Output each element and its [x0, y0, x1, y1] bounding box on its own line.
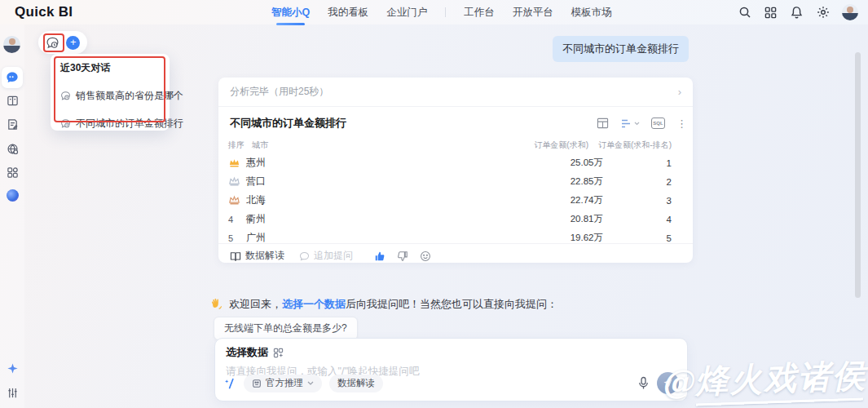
col-header-rank: 订单金额(求和-排名)	[598, 140, 672, 151]
sidebar-item-dashboard[interactable]	[2, 90, 23, 111]
nav-my-dashboard[interactable]: 我的看板	[328, 6, 368, 20]
col-header-city: 城市	[252, 140, 268, 151]
analysis-status-row: 分析完毕（用时25秒） ›	[218, 78, 693, 107]
user-message-bubble: 不同城市的订单金额排行	[553, 36, 689, 62]
data-interpret-label: 数据解读	[245, 249, 284, 263]
history-item-2[interactable]: 不同城市的订单金额排行	[60, 117, 170, 131]
nav-enterprise-portal[interactable]: 企业门户	[386, 6, 427, 20]
city-label: 营口	[246, 175, 281, 188]
ranking-chart: 排序 城市 订单金额(求和) 订单金额(求和-排名) 惠州 25.05万 1 营…	[218, 137, 693, 243]
sidebar-item-apps[interactable]	[2, 162, 23, 183]
watermark-text: @烽火戏诸侯	[660, 353, 867, 406]
chart-title: 不同城市的订单金额排行	[230, 116, 346, 131]
ai-sphere-icon	[7, 189, 19, 202]
sidebar-item-assistant[interactable]	[2, 357, 23, 379]
followup-question-button[interactable]: 追加提问	[299, 249, 353, 263]
model-select-label: 官方推理	[266, 377, 303, 389]
gold-crown-icon	[228, 157, 246, 168]
sql-icon[interactable]: SQL	[651, 118, 665, 129]
question-input-card: 选择数据 请直接向我提问，或输入"/"唤起快捷提问吧 官方推理 数据解读	[214, 338, 688, 401]
chevron-down-icon	[307, 381, 314, 385]
rank-label: 3	[603, 196, 672, 206]
settings-gear-icon[interactable]	[816, 6, 830, 20]
microphone-icon[interactable]	[637, 376, 650, 390]
welcome-prefix: 欢迎回来，	[229, 298, 282, 310]
value-label: 19.62万	[550, 232, 603, 243]
vertical-scrollbar[interactable]	[855, 52, 861, 298]
more-options-icon[interactable]: ⋮	[676, 122, 681, 126]
topbar: Quick BI 智能小Q 我的看板 企业门户 工作台 开放平台 模板市场	[0, 0, 868, 24]
dataset-picker-icon[interactable]	[273, 348, 284, 358]
thumbs-up-icon[interactable]	[374, 251, 386, 262]
emoji-feedback-icon[interactable]	[420, 251, 431, 262]
globe-chat-icon	[7, 143, 19, 155]
table-view-icon[interactable]	[597, 118, 609, 129]
value-label: 25.05万	[550, 157, 603, 169]
expand-chevron-icon[interactable]: ›	[678, 86, 681, 98]
sidebar-avatar[interactable]	[3, 36, 20, 53]
chart-type-switch-icon[interactable]	[620, 118, 640, 129]
chart-row-2[interactable]: 营口 22.85万 2	[218, 172, 693, 191]
search-icon[interactable]	[738, 6, 751, 20]
four-squares-icon	[7, 166, 19, 179]
book-icon	[230, 251, 241, 261]
select-data-link[interactable]: 选择一个数据	[282, 298, 346, 310]
topbar-actions	[738, 0, 858, 24]
analysis-card: 分析完毕（用时25秒） › 不同城市的订单金额排行 SQL ⋮ 排序 城市 订单…	[218, 78, 693, 263]
history-item-icon	[60, 91, 71, 101]
notification-bell-icon[interactable]	[790, 6, 804, 20]
chart-actions: SQL ⋮	[597, 118, 681, 129]
nav-smart-q[interactable]: 智能小Q	[271, 6, 310, 20]
suggested-question-chip[interactable]: 无线端下单的总金额是多少?	[214, 317, 358, 340]
data-interpret-button[interactable]: 数据解读	[230, 249, 284, 263]
rank-label: 2	[603, 177, 672, 187]
nav-divider	[445, 7, 446, 17]
city-label: 广州	[246, 231, 281, 243]
rank-label: 4	[603, 215, 672, 224]
quick-interpret-button[interactable]: 数据解读	[329, 375, 383, 392]
nav-open-platform[interactable]: 开放平台	[513, 6, 553, 20]
value-label: 20.81万	[550, 213, 603, 225]
select-dataset-label[interactable]: 选择数据	[226, 345, 268, 360]
history-item-label: 销售额最高的省份是哪个	[76, 89, 183, 103]
chart-header-row: 排序 城市 订单金额(求和) 订单金额(求和-排名)	[218, 137, 693, 153]
chart-row-1[interactable]: 惠州 25.05万 1	[218, 153, 693, 172]
dashboard-icon	[7, 95, 19, 107]
quick-interpret-label: 数据解读	[337, 377, 375, 389]
apps-grid-icon[interactable]	[764, 6, 778, 20]
sidebar-item-report[interactable]	[2, 113, 23, 135]
sidebar-item-chat[interactable]	[2, 67, 23, 88]
welcome-message: 欢迎回来，选择一个数据后向我提问吧！当然您也可以直接向我提问：	[210, 297, 557, 312]
city-label: 惠州	[246, 156, 281, 170]
city-label: 衢州	[246, 212, 281, 226]
history-item-icon	[60, 118, 71, 129]
bronze-crown-icon	[228, 195, 246, 206]
user-avatar[interactable]	[842, 4, 858, 20]
value-label: 22.74万	[550, 194, 603, 206]
new-conversation-button[interactable]: +	[66, 36, 80, 50]
value-label: 22.85万	[550, 175, 603, 188]
sidebar-item-qa-globe[interactable]	[2, 138, 23, 159]
history-chat-icon[interactable]	[46, 36, 59, 50]
waving-hand-emoji	[210, 298, 223, 311]
col-header-value: 订单金额(求和)	[534, 140, 588, 151]
nav-workbench[interactable]: 工作台	[464, 6, 495, 20]
chart-row-5[interactable]: 5 广州 19.62万 5	[218, 228, 693, 243]
chart-row-4[interactable]: 4 衢州 20.81万 4	[218, 210, 693, 228]
nav-template-market[interactable]: 模板市场	[571, 6, 612, 20]
analysis-status-text: 分析完毕（用时25秒）	[230, 85, 328, 99]
chart-row-3[interactable]: 北海 22.74万 3	[218, 191, 693, 210]
quickbi-logo: Quick BI	[15, 4, 73, 20]
history-popup-title: 近30天对话	[60, 61, 170, 75]
model-select-dropdown[interactable]: 官方推理	[244, 375, 322, 392]
sidebar-item-preferences[interactable]	[2, 382, 23, 403]
slash-command-icon[interactable]	[223, 377, 236, 390]
main-nav: 智能小Q 我的看板 企业门户 工作台 开放平台 模板市场	[271, 0, 612, 24]
thumbs-down-icon[interactable]	[397, 251, 408, 262]
card-footer: 数据解读 追加提问	[218, 243, 693, 263]
sidebar-item-ai-sphere[interactable]	[2, 184, 23, 206]
history-item-1[interactable]: 销售额最高的省份是哪个	[60, 89, 170, 103]
followup-chat-icon	[299, 251, 310, 261]
silver-crown-icon	[228, 176, 246, 187]
welcome-suffix: 后向我提问吧！当然您也可以直接向我提问：	[346, 298, 557, 310]
